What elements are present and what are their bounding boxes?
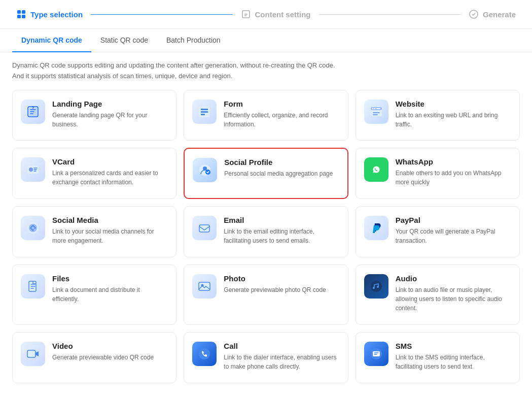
card-desc-paypal: Your QR code will generate a PayPal tran… xyxy=(396,227,511,245)
tab-batch-production[interactable]: Batch Production xyxy=(157,29,230,52)
card-landing-page[interactable]: 5 Landing Page Generate landing page QR … xyxy=(12,90,176,141)
card-icon-sms xyxy=(364,342,388,366)
card-desc-email: Link to the email editing interface, fac… xyxy=(224,227,339,245)
card-text-audio: Audio Link to an audio file or music pla… xyxy=(396,274,511,313)
card-text-sms: SMS Link to the SMS editing interface, f… xyxy=(396,342,511,371)
card-icon-files xyxy=(21,274,45,299)
step-line-1 xyxy=(91,14,232,15)
svg-point-19 xyxy=(29,168,33,172)
svg-text:5: 5 xyxy=(32,106,34,109)
card-vcard[interactable]: VCard Link a personalized cards and easi… xyxy=(12,148,176,199)
card-title-whatsapp: WhatsApp xyxy=(396,157,511,166)
svg-point-29 xyxy=(34,227,36,229)
card-title-email: Email xyxy=(224,216,339,224)
card-text-landing-page: Landing Page Generate landing page QR fo… xyxy=(52,100,168,129)
card-text-website: Website Link to an exsiting web URL and … xyxy=(396,100,511,129)
svg-rect-1 xyxy=(22,10,25,14)
main-area: 5 Landing Page Generate landing page QR … xyxy=(0,86,532,391)
card-title-social-media: Social Media xyxy=(52,216,168,224)
svg-point-26 xyxy=(32,225,34,227)
svg-rect-33 xyxy=(199,282,210,290)
card-paypal[interactable]: PayPal Your QR code will generate a PayP… xyxy=(356,206,520,257)
card-title-files: Files xyxy=(52,274,168,283)
card-title-call: Call xyxy=(224,342,339,350)
svg-point-15 xyxy=(372,108,373,109)
step-content-setting[interactable]: Content setting xyxy=(241,9,311,19)
svg-point-28 xyxy=(30,227,32,229)
tabs: Dynamic QR code Static QR code Batch Pro… xyxy=(0,29,532,52)
card-text-form: Form Efficiently collect, organize, and … xyxy=(224,100,339,129)
step-type-selection[interactable]: Type selection xyxy=(16,9,83,19)
svg-rect-38 xyxy=(27,350,36,357)
svg-rect-0 xyxy=(17,10,21,14)
card-title-social-profile: Social Profile xyxy=(224,158,339,167)
card-title-form: Form xyxy=(224,100,339,108)
svg-rect-41 xyxy=(373,351,380,356)
card-social-media[interactable]: Social Media Link to your social media c… xyxy=(12,206,176,257)
card-call[interactable]: Call Link to the dialer interface, enabl… xyxy=(184,332,348,383)
card-icon-call xyxy=(192,342,217,366)
card-desc-form: Efficiently collect, organize, and recor… xyxy=(224,111,339,129)
card-audio[interactable]: Audio Link to an audio file or music pla… xyxy=(356,264,520,325)
card-whatsapp[interactable]: WhatsApp Enable others to add you on Wha… xyxy=(356,148,520,199)
card-text-whatsapp: WhatsApp Enable others to add you on Wha… xyxy=(396,157,511,187)
check-circle-icon xyxy=(469,9,479,19)
card-email[interactable]: Email Link to the email editing interfac… xyxy=(184,206,348,257)
card-icon-whatsapp xyxy=(364,157,388,182)
card-title-photo: Photo xyxy=(224,274,339,283)
card-desc-website: Link to an exsiting web URL and bring tr… xyxy=(396,111,511,129)
svg-point-16 xyxy=(374,108,375,109)
tab-dynamic-qr[interactable]: Dynamic QR code xyxy=(12,29,91,52)
card-photo[interactable]: Photo Generate previewable photo QR code xyxy=(184,264,348,325)
svg-rect-11 xyxy=(201,111,208,113)
step-generate[interactable]: Generate xyxy=(469,9,516,19)
card-desc-vcard: Link a personalized cards and easier to … xyxy=(52,169,168,187)
card-text-video: Video Generate previewable video QR code xyxy=(52,342,168,362)
svg-rect-2 xyxy=(17,15,21,18)
svg-point-35 xyxy=(371,281,382,292)
card-video[interactable]: Video Generate previewable video QR code xyxy=(12,332,176,383)
card-desc-call: Link to the dialer interface, enabling u… xyxy=(224,353,339,371)
card-social-profile[interactable]: Social Profile Personal social media agg… xyxy=(184,148,348,199)
card-title-website: Website xyxy=(396,100,511,108)
svg-rect-3 xyxy=(22,15,25,18)
grid-icon xyxy=(16,9,26,19)
card-form[interactable]: Form Efficiently collect, organize, and … xyxy=(184,90,348,141)
card-files[interactable]: Files Link a document and distribute it … xyxy=(12,264,176,325)
steps-header: Type selection Content setting Generate xyxy=(0,0,532,29)
card-desc-social-profile: Personal social media aggregation page xyxy=(224,169,339,178)
card-title-vcard: VCard xyxy=(52,157,168,166)
card-desc-social-media: Link to your social media channels for m… xyxy=(52,227,168,245)
step-type-selection-label: Type selection xyxy=(30,10,83,19)
description: Dynamic QR code supports editing and upd… xyxy=(0,52,532,86)
card-icon-social-profile xyxy=(193,158,217,182)
card-text-files: Files Link a document and distribute it … xyxy=(52,274,168,304)
card-title-landing-page: Landing Page xyxy=(52,100,168,108)
svg-point-37 xyxy=(377,286,379,288)
card-text-vcard: VCard Link a personalized cards and easi… xyxy=(52,157,168,187)
cards-grid: 5 Landing Page Generate landing page QR … xyxy=(0,86,532,391)
card-icon-audio xyxy=(364,274,388,299)
edit-icon xyxy=(241,9,251,19)
card-icon-paypal xyxy=(364,216,388,240)
card-text-email: Email Link to the email editing interfac… xyxy=(224,216,339,245)
card-text-social-media: Social Media Link to your social media c… xyxy=(52,216,168,245)
card-icon-website xyxy=(364,100,388,124)
card-desc-landing-page: Generate landing page QR for your busine… xyxy=(52,111,168,129)
card-title-sms: SMS xyxy=(396,342,511,350)
tab-static-qr[interactable]: Static QR code xyxy=(91,29,157,52)
svg-point-39 xyxy=(199,348,210,359)
step-content-setting-label: Content setting xyxy=(255,10,311,19)
card-title-audio: Audio xyxy=(396,274,511,283)
card-title-video: Video xyxy=(52,342,168,350)
card-icon-form xyxy=(192,100,217,124)
card-icon-video xyxy=(21,342,45,366)
svg-rect-17 xyxy=(376,108,380,109)
card-text-paypal: PayPal Your QR code will generate a PayP… xyxy=(396,216,511,245)
card-text-photo: Photo Generate previewable photo QR code xyxy=(224,274,339,294)
svg-rect-30 xyxy=(199,225,209,232)
card-icon-landing-page: 5 xyxy=(21,100,45,124)
card-website[interactable]: Website Link to an exsiting web URL and … xyxy=(356,90,520,141)
card-sms[interactable]: SMS Link to the SMS editing interface, f… xyxy=(356,332,520,383)
description-line1: Dynamic QR code supports editing and upd… xyxy=(12,60,520,71)
